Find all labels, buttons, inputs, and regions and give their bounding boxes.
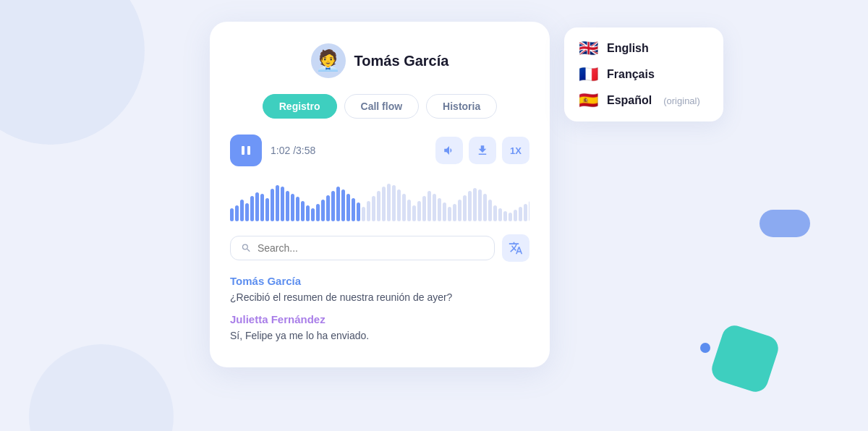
bg-decor-pill: [760, 210, 810, 237]
speaker-tomas: Tomás García: [230, 275, 529, 287]
pause-button[interactable]: [230, 135, 262, 166]
bg-decor-circle-tl: [0, 0, 145, 145]
volume-icon: [443, 144, 456, 157]
audio-controls-right: 1X: [435, 137, 529, 164]
search-input[interactable]: [258, 242, 484, 254]
audio-player: 1:02 /3:58 1X: [230, 135, 529, 166]
search-icon: [241, 242, 252, 254]
lang-french[interactable]: 🇫🇷 Français: [579, 67, 709, 82]
volume-button[interactable]: [435, 137, 463, 164]
bg-decor-circle-bl: [29, 344, 174, 431]
avatar-icon: 🧑‍💼: [315, 51, 341, 71]
label-spanish-original: (original): [663, 95, 700, 106]
translate-button[interactable]: [502, 234, 529, 262]
svg-rect-1: [247, 146, 250, 155]
svg-rect-0: [242, 146, 244, 155]
translate-icon: [509, 241, 523, 255]
speaker-julietta: Julietta Fernández: [230, 313, 529, 325]
bg-decor-square: [709, 323, 782, 396]
tab-historia[interactable]: Historia: [426, 94, 497, 119]
label-spanish: Español: [607, 94, 652, 107]
tabs-container: Registro Call flow Historia: [230, 94, 529, 119]
lang-english[interactable]: 🇬🇧 English: [579, 40, 709, 56]
flag-french: 🇫🇷: [579, 67, 598, 82]
speaker-julietta-text: Sí, Felipe ya me lo ha enviado.: [230, 330, 529, 341]
waveform: [230, 178, 529, 221]
flag-spanish: 🇪🇸: [579, 93, 598, 108]
flag-english: 🇬🇧: [579, 40, 598, 56]
transcript: Tomás García ¿Recibió el resumen de nues…: [230, 275, 529, 347]
label-french: Français: [607, 68, 655, 81]
speed-button[interactable]: 1X: [502, 137, 529, 164]
language-card: 🇬🇧 English 🇫🇷 Français 🇪🇸 Español (origi…: [564, 27, 723, 121]
avatar: 🧑‍💼: [311, 43, 346, 78]
time-display: 1:02 /3:58: [271, 145, 315, 156]
tab-registro[interactable]: Registro: [263, 94, 337, 119]
search-input-wrap: [230, 236, 495, 260]
bg-decor-dot: [700, 343, 710, 353]
label-english: English: [607, 42, 649, 55]
card-header: 🧑‍💼 Tomás García: [230, 43, 529, 78]
download-icon: [476, 144, 489, 157]
speaker-tomas-text: ¿Recibió el resumen de nuestra reunión d…: [230, 291, 529, 303]
pause-icon: [240, 145, 252, 156]
lang-spanish[interactable]: 🇪🇸 Español (original): [579, 93, 709, 108]
main-card: 🧑‍💼 Tomás García Registro Call flow Hist…: [210, 22, 550, 367]
tab-callflow[interactable]: Call flow: [344, 94, 420, 119]
download-button[interactable]: [469, 137, 496, 164]
search-bar: [230, 234, 529, 262]
contact-name: Tomás García: [354, 53, 449, 69]
